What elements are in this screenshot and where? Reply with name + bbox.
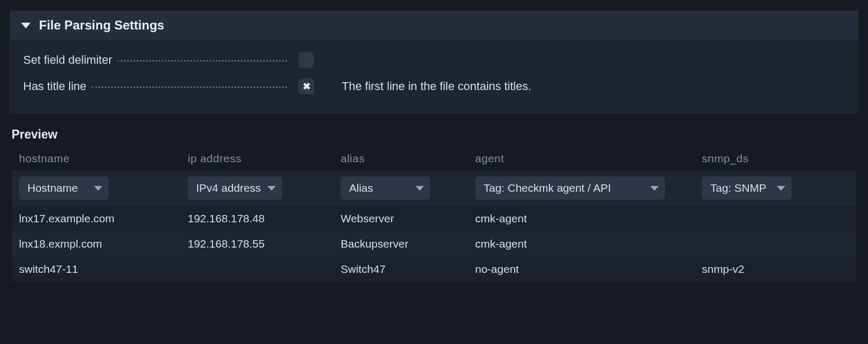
col-header-agent: agent bbox=[468, 147, 695, 170]
agent-select[interactable]: Tag: Checkmk agent / API bbox=[475, 176, 665, 200]
chevron-down-icon bbox=[777, 186, 785, 191]
setting-label: Has title line bbox=[23, 80, 287, 93]
cell-ip: 192.168.178.55 bbox=[180, 231, 333, 257]
preview-heading: Preview bbox=[12, 127, 856, 142]
select-value: Hostname bbox=[27, 182, 78, 194]
panel-title: File Parsing Settings bbox=[39, 18, 164, 33]
cell-alias: Backupserver bbox=[333, 231, 468, 257]
selector-row: Hostname IPv4 address Alias Tag: Checkmk bbox=[12, 170, 856, 206]
cell-hostname: switch47-11 bbox=[12, 257, 180, 282]
settings-body: Set field delimiter Has title line The f… bbox=[9, 40, 859, 102]
select-value: Tag: SNMP bbox=[710, 182, 766, 194]
table-row: lnx18.exmpl.com 192.168.178.55 Backupser… bbox=[12, 231, 856, 257]
caret-down-icon bbox=[21, 23, 31, 28]
cell-snmp bbox=[695, 231, 856, 257]
table-row: switch47-11 Switch47 no-agent snmp-v2 bbox=[12, 257, 856, 282]
file-parsing-panel: File Parsing Settings Set field delimite… bbox=[9, 11, 859, 114]
cell-hostname: lnx18.exmpl.com bbox=[12, 231, 180, 257]
alias-select[interactable]: Alias bbox=[341, 176, 430, 200]
col-header-ip: ip address bbox=[180, 147, 333, 170]
dotted-leader bbox=[118, 60, 287, 62]
cell-ip bbox=[180, 257, 333, 282]
has-title-line-checkbox[interactable] bbox=[298, 78, 314, 94]
panel-header[interactable]: File Parsing Settings bbox=[9, 11, 859, 40]
cell-agent: cmk-agent bbox=[468, 206, 695, 231]
snmp-select[interactable]: Tag: SNMP bbox=[702, 176, 792, 200]
cell-agent: no-agent bbox=[468, 257, 695, 282]
chevron-down-icon bbox=[267, 186, 276, 191]
ip-select[interactable]: IPv4 address bbox=[188, 176, 282, 200]
cell-alias: Webserver bbox=[333, 206, 468, 231]
table-row: lnx17.example.com 192.168.178.48 Webserv… bbox=[12, 206, 856, 231]
cell-alias: Switch47 bbox=[333, 257, 468, 282]
preview-table: hostname ip address alias agent snmp_ds … bbox=[12, 147, 856, 282]
setting-field-delimiter: Set field delimiter bbox=[23, 48, 845, 72]
col-header-hostname: hostname bbox=[12, 147, 180, 170]
select-value: Alias bbox=[349, 182, 373, 194]
cell-snmp bbox=[695, 206, 856, 231]
select-value: Tag: Checkmk agent / API bbox=[484, 182, 611, 194]
chevron-down-icon bbox=[94, 186, 102, 191]
select-value: IPv4 address bbox=[196, 182, 261, 194]
field-delimiter-checkbox[interactable] bbox=[298, 52, 314, 68]
cell-snmp: snmp-v2 bbox=[695, 257, 856, 282]
setting-label: Set field delimiter bbox=[23, 53, 287, 67]
col-header-alias: alias bbox=[333, 147, 468, 170]
chevron-down-icon bbox=[650, 186, 659, 191]
dotted-leader bbox=[92, 86, 287, 88]
has-title-line-help: The first line in the file contains titl… bbox=[342, 80, 845, 93]
setting-has-title-line: Has title line The first line in the fil… bbox=[23, 75, 845, 98]
setting-label-text: Has title line bbox=[23, 80, 86, 93]
cell-hostname: lnx17.example.com bbox=[12, 206, 180, 231]
setting-label-text: Set field delimiter bbox=[23, 53, 112, 67]
hostname-select[interactable]: Hostname bbox=[19, 176, 109, 200]
header-row: hostname ip address alias agent snmp_ds bbox=[12, 147, 856, 170]
chevron-down-icon bbox=[416, 186, 424, 191]
col-header-snmp: snmp_ds bbox=[695, 147, 856, 170]
cell-agent: cmk-agent bbox=[468, 231, 695, 257]
cell-ip: 192.168.178.48 bbox=[180, 206, 333, 231]
